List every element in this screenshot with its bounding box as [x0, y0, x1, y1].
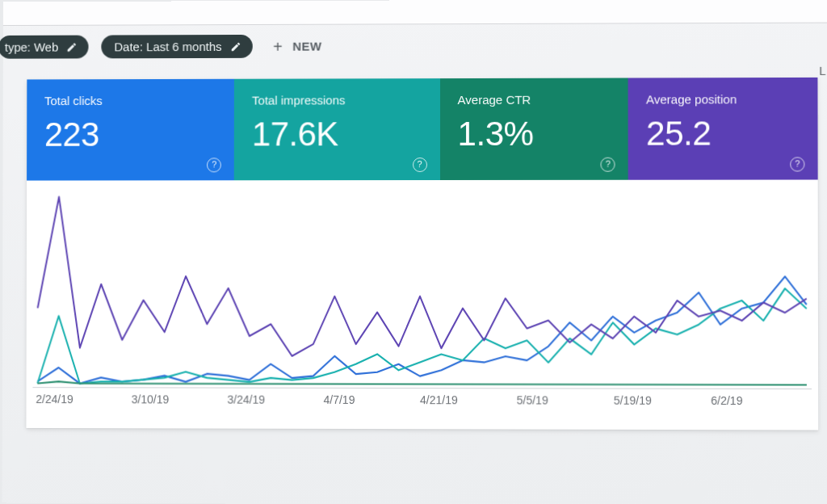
chart-series-line — [38, 196, 807, 357]
help-icon[interactable]: ? — [207, 158, 221, 172]
filter-chip-date-label: Date: Last 6 months — [114, 40, 221, 53]
metric-value: 17.6K — [252, 115, 422, 153]
filter-bar: type: Web Date: Last 6 months + NEW — [3, 23, 827, 74]
line-chart-svg — [32, 183, 812, 395]
page: type: Web Date: Last 6 months + NEW L To… — [2, 0, 827, 504]
x-axis-tick: 5/5/19 — [517, 393, 614, 406]
chart-series-line — [37, 276, 806, 385]
metric-tile-clicks[interactable]: Total clicks 223 ? — [27, 79, 234, 181]
x-axis-tick: 4/21/19 — [420, 393, 517, 406]
metric-tile-ctr[interactable]: Average CTR 1.3% ? — [440, 78, 628, 180]
new-filter-button[interactable]: + NEW — [265, 35, 330, 58]
pencil-icon — [66, 41, 78, 52]
truncated-text-right: L — [819, 64, 825, 78]
metric-value: 1.3% — [458, 115, 611, 153]
help-icon[interactable]: ? — [790, 157, 804, 171]
x-axis-tick: 2/24/19 — [36, 393, 131, 405]
metric-value: 223 — [44, 116, 216, 154]
x-axis-tick: 3/24/19 — [227, 393, 323, 406]
metric-label: Average position — [646, 92, 800, 106]
new-filter-label: NEW — [292, 40, 321, 53]
help-icon[interactable]: ? — [601, 158, 615, 172]
metric-label: Total clicks — [44, 94, 216, 107]
filter-chip-date[interactable]: Date: Last 6 months — [102, 35, 253, 58]
metric-label: Total impressions — [252, 93, 422, 107]
x-axis-tick: 4/7/19 — [324, 393, 420, 406]
chart-x-axis: 2/24/193/10/193/24/194/7/194/21/195/5/19… — [32, 393, 812, 418]
pencil-icon — [229, 40, 241, 52]
filter-chip-type-label: type: Web — [5, 40, 58, 54]
top-border — [3, 0, 827, 26]
svg-line-0 — [32, 388, 812, 389]
help-icon[interactable]: ? — [413, 158, 427, 172]
metric-value: 25.2 — [646, 114, 800, 153]
chart-series-line — [37, 381, 806, 384]
x-axis-tick: 6/2/19 — [711, 394, 808, 407]
performance-card: Total clicks 223 ? Total impressions 17.… — [26, 78, 818, 430]
x-axis-tick: 5/19/19 — [614, 394, 711, 407]
filter-chip-type[interactable]: type: Web — [0, 36, 89, 59]
metric-tile-position[interactable]: Average position 25.2 ? — [628, 78, 818, 180]
metrics-row: Total clicks 223 ? Total impressions 17.… — [27, 78, 818, 181]
x-axis-tick: 3/10/19 — [132, 393, 228, 405]
metric-tile-impressions[interactable]: Total impressions 17.6K ? — [234, 78, 440, 180]
performance-chart: 2/24/193/10/193/24/194/7/194/21/195/5/19… — [26, 180, 818, 430]
metric-label: Average CTR — [458, 93, 611, 107]
